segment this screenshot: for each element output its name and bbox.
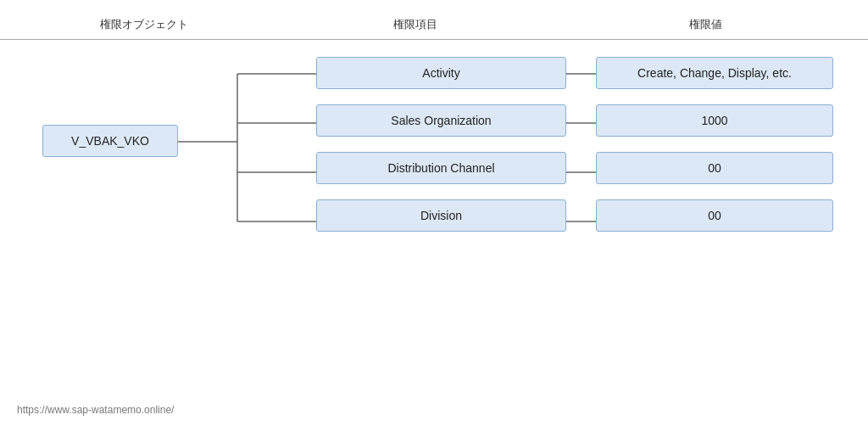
field-box-division: Division (316, 199, 566, 232)
value-box-division: 00 (596, 199, 833, 232)
footer-url: https://www.sap-watamemo.online/ (17, 404, 174, 416)
header-value: 権限値 (542, 17, 868, 32)
value-box-dist-channel: 00 (596, 152, 833, 184)
values-column: Create, Change, Display, etc. 1000 00 00 (596, 57, 833, 232)
fields-column: Activity Sales Organization Distribution… (316, 57, 566, 232)
diagram-body: V_VBAK_VKO Activity Sales Organization D… (0, 57, 868, 388)
object-box: V_VBAK_VKO (42, 125, 178, 157)
value-box-activity: Create, Change, Display, etc. (596, 57, 833, 89)
header-row: 権限オブジェクト 権限項目 権限値 (0, 17, 868, 40)
diagram-container: 権限オブジェクト 権限項目 権限値 V_VBAK_VKO Activity Sa… (0, 0, 868, 426)
header-object: 権限オブジェクト (0, 17, 288, 32)
field-box-dist-channel: Distribution Channel (316, 152, 566, 184)
field-box-sales-org: Sales Organization (316, 104, 566, 137)
value-box-sales-org: 1000 (596, 104, 833, 137)
header-field: 権限項目 (288, 17, 542, 32)
field-box-activity: Activity (316, 57, 566, 89)
